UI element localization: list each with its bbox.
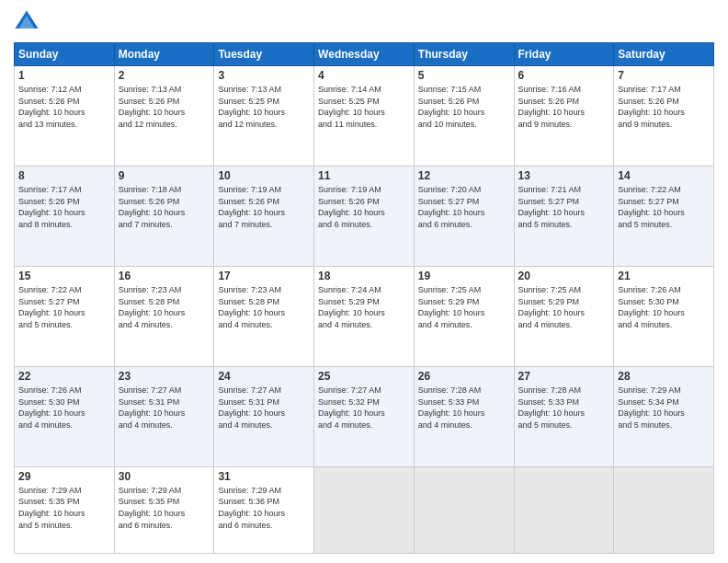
logo [14,9,41,35]
calendar-row-week4: 22Sunrise: 7:26 AMSunset: 5:30 PMDayligh… [15,366,714,466]
calendar-row-week3: 15Sunrise: 7:22 AMSunset: 5:27 PMDayligh… [15,266,714,366]
calendar-cell-17: 17Sunrise: 7:23 AMSunset: 5:28 PMDayligh… [214,266,314,366]
calendar-cell-31: 31Sunrise: 7:29 AMSunset: 5:36 PMDayligh… [214,466,314,553]
header [14,9,714,35]
calendar-cell-15: 15Sunrise: 7:22 AMSunset: 5:27 PMDayligh… [15,266,115,366]
calendar-cell-empty-4-3 [314,466,415,553]
calendar-cell-30: 30Sunrise: 7:29 AMSunset: 5:35 PMDayligh… [114,466,214,553]
calendar-cell-23: 23Sunrise: 7:27 AMSunset: 5:31 PMDayligh… [114,366,214,466]
calendar-cell-empty-4-5 [514,466,614,553]
calendar-cell-28: 28Sunrise: 7:29 AMSunset: 5:34 PMDayligh… [614,366,714,466]
calendar-cell-7: 7Sunrise: 7:17 AMSunset: 5:26 PMDaylight… [614,66,714,167]
calendar-cell-3: 3Sunrise: 7:13 AMSunset: 5:25 PMDaylight… [214,66,314,167]
calendar-cell-11: 11Sunrise: 7:19 AMSunset: 5:26 PMDayligh… [314,166,415,266]
calendar-cell-21: 21Sunrise: 7:26 AMSunset: 5:30 PMDayligh… [614,266,714,366]
calendar-cell-19: 19Sunrise: 7:25 AMSunset: 5:29 PMDayligh… [414,266,514,366]
calendar-cell-29: 29Sunrise: 7:29 AMSunset: 5:35 PMDayligh… [15,466,115,553]
calendar-cell-14: 14Sunrise: 7:22 AMSunset: 5:27 PMDayligh… [614,166,714,266]
calendar-cell-27: 27Sunrise: 7:28 AMSunset: 5:33 PMDayligh… [514,366,614,466]
col-header-wednesday: Wednesday [314,43,415,66]
calendar-table: SundayMondayTuesdayWednesdayThursdayFrid… [14,42,714,554]
calendar-cell-25: 25Sunrise: 7:27 AMSunset: 5:32 PMDayligh… [314,366,415,466]
calendar-cell-empty-4-4 [414,466,514,553]
calendar-row-week5: 29Sunrise: 7:29 AMSunset: 5:35 PMDayligh… [15,466,714,553]
calendar-cell-4: 4Sunrise: 7:14 AMSunset: 5:25 PMDaylight… [314,66,415,167]
calendar-cell-20: 20Sunrise: 7:25 AMSunset: 5:29 PMDayligh… [514,266,614,366]
calendar-cell-6: 6Sunrise: 7:16 AMSunset: 5:26 PMDaylight… [514,66,614,167]
col-header-tuesday: Tuesday [214,43,314,66]
calendar-cell-12: 12Sunrise: 7:20 AMSunset: 5:27 PMDayligh… [414,166,514,266]
calendar-cell-13: 13Sunrise: 7:21 AMSunset: 5:27 PMDayligh… [514,166,614,266]
page: SundayMondayTuesdayWednesdayThursdayFrid… [0,0,728,563]
logo-icon [14,9,40,35]
col-header-monday: Monday [114,43,214,66]
calendar-cell-9: 9Sunrise: 7:18 AMSunset: 5:26 PMDaylight… [114,166,214,266]
calendar-cell-18: 18Sunrise: 7:24 AMSunset: 5:29 PMDayligh… [314,266,415,366]
calendar-row-week1: 1Sunrise: 7:12 AMSunset: 5:26 PMDaylight… [15,66,714,167]
calendar-row-week2: 8Sunrise: 7:17 AMSunset: 5:26 PMDaylight… [15,166,714,266]
calendar-cell-8: 8Sunrise: 7:17 AMSunset: 5:26 PMDaylight… [15,166,115,266]
calendar-cell-1: 1Sunrise: 7:12 AMSunset: 5:26 PMDaylight… [15,66,115,167]
calendar-cell-2: 2Sunrise: 7:13 AMSunset: 5:26 PMDaylight… [114,66,214,167]
calendar-cell-empty-4-6 [614,466,714,553]
calendar-cell-26: 26Sunrise: 7:28 AMSunset: 5:33 PMDayligh… [414,366,514,466]
col-header-friday: Friday [514,43,614,66]
calendar-cell-5: 5Sunrise: 7:15 AMSunset: 5:26 PMDaylight… [414,66,514,167]
calendar-cell-24: 24Sunrise: 7:27 AMSunset: 5:31 PMDayligh… [214,366,314,466]
col-header-thursday: Thursday [414,43,514,66]
calendar-cell-22: 22Sunrise: 7:26 AMSunset: 5:30 PMDayligh… [15,366,115,466]
calendar-header-row: SundayMondayTuesdayWednesdayThursdayFrid… [15,43,714,66]
col-header-sunday: Sunday [15,43,115,66]
col-header-saturday: Saturday [614,43,714,66]
calendar-cell-10: 10Sunrise: 7:19 AMSunset: 5:26 PMDayligh… [214,166,314,266]
calendar-cell-16: 16Sunrise: 7:23 AMSunset: 5:28 PMDayligh… [114,266,214,366]
